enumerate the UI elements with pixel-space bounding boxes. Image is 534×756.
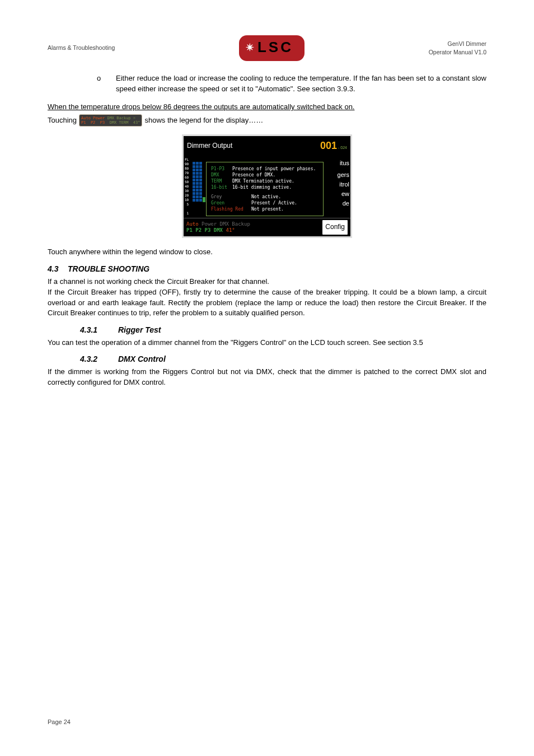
legend-screenshot-wrap: Dimmer Output 001- 024 FL 90 80 70 60 50… (48, 134, 486, 237)
bullet-circle-icon: o (97, 73, 116, 95)
legend-screenshot: Dimmer Output 001- 024 FL 90 80 70 60 50… (182, 134, 352, 237)
sec431-text: You can test the operation of a dimmer c… (48, 338, 486, 348)
bullet-text: Either reduce the load or increase the c… (116, 73, 486, 95)
sec43-p1: If a channel is not working check the Ci… (48, 277, 486, 287)
config-button[interactable]: Config (322, 220, 348, 234)
header-logo-wrap: ✴ LSC (239, 35, 305, 61)
header-right-line1: GenVI Dimmer (429, 40, 486, 48)
bar-group (192, 155, 206, 206)
sec43-p2: If the Circuit Breaker has tripped (OFF)… (48, 287, 486, 319)
heading-4-3-2: 4.3.2DMX Control (80, 353, 486, 365)
header-left-text: Alarms & Troubleshooting (48, 44, 115, 52)
header-right-block: GenVI Dimmer Operator Manual V1.0 (429, 40, 486, 57)
underlined-note: When the temperature drops below 86 degr… (48, 102, 486, 113)
page-header: Alarms & Troubleshooting ✴ LSC GenVI Dim… (48, 35, 486, 61)
legend-popup: P1-P3Presence of input power phases. DMX… (206, 162, 324, 216)
level-bar (193, 162, 195, 202)
touching-after: shows the legend for the display…… (144, 115, 263, 126)
level-bar (203, 197, 205, 202)
level-scale: FL 90 80 70 60 50 40 30 20 10 5 1 (184, 155, 192, 218)
header-right-line2: Operator Manual V1.0 (429, 48, 486, 57)
heading-4-3: 4.3TROUBLE SHOOTING (48, 263, 486, 274)
screenshot-header: Dimmer Output 001- 024 (184, 136, 350, 155)
lsc-logo: ✴ LSC (239, 35, 305, 61)
screenshot-number: 001 (320, 140, 337, 151)
footer-status: Auto Power DMX Backup P1 P2 P3 DMX 41° (186, 221, 250, 234)
page-number: Page 24 (48, 718, 71, 727)
logo-icon: ✴ (246, 40, 254, 55)
level-bar (199, 162, 202, 202)
bullet-list: o Either reduce the load or increase the… (97, 73, 486, 95)
touching-line: Touching Auto Power DMX Backup ☼ P1 P2 P… (48, 114, 486, 127)
screenshot-footer: Auto Power DMX Backup P1 P2 P3 DMX 41° C… (184, 218, 350, 236)
status-bar-button-inline[interactable]: Auto Power DMX Backup ☼ P1 P2 P3 DMX TER… (79, 114, 142, 127)
screenshot-number-sub: - 024 (338, 146, 347, 150)
heading-4-3-1: 4.3.1Rigger Test (80, 324, 486, 335)
level-bar (196, 162, 199, 202)
sec432-text: If the dimmer is working from the Rigger… (48, 367, 486, 388)
right-cut-labels: itus gers itrol ew de (338, 157, 350, 207)
touching-before: Touching (48, 115, 77, 126)
touch-anywhere-text: Touch anywhere within the legend window … (48, 247, 486, 258)
screenshot-title: Dimmer Output (187, 141, 232, 151)
screenshot-body: FL 90 80 70 60 50 40 30 20 10 5 1 P1-P3P… (184, 155, 350, 218)
logo-text: LSC (257, 37, 293, 58)
